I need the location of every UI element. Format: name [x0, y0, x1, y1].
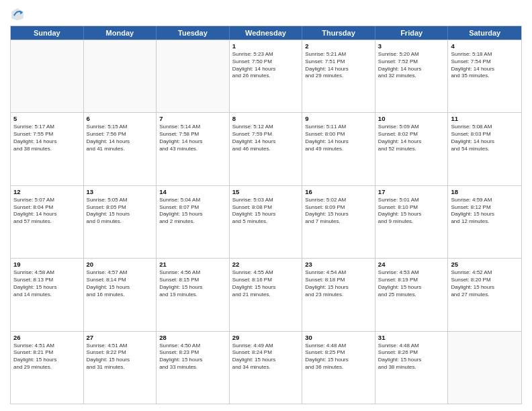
calendar: SundayMondayTuesdayWednesdayThursdayFrid…: [10, 26, 522, 404]
calendar-header: SundayMondayTuesdayWednesdayThursdayFrid…: [11, 26, 521, 40]
cell-info: Sunrise: 4:49 AM Sunset: 8:24 PM Dayligh…: [232, 342, 300, 371]
calendar-cell: 6Sunrise: 5:15 AM Sunset: 7:56 PM Daylig…: [84, 113, 157, 185]
cell-info: Sunrise: 4:58 AM Sunset: 8:13 PM Dayligh…: [13, 269, 81, 298]
cell-day-number: 12: [13, 188, 81, 195]
cell-info: Sunrise: 5:23 AM Sunset: 7:50 PM Dayligh…: [232, 51, 300, 80]
weekday-header-saturday: Saturday: [448, 26, 521, 40]
cell-day-number: 10: [378, 115, 445, 122]
cell-day-number: 1: [232, 42, 300, 50]
cell-info: Sunrise: 5:11 AM Sunset: 8:00 PM Dayligh…: [305, 124, 372, 152]
calendar-cell: 1Sunrise: 5:23 AM Sunset: 7:50 PM Daylig…: [230, 40, 303, 112]
calendar-cell: 4Sunrise: 5:18 AM Sunset: 7:54 PM Daylig…: [448, 40, 521, 112]
cell-info: Sunrise: 5:18 AM Sunset: 7:54 PM Dayligh…: [451, 51, 519, 80]
calendar-cell: 31Sunrise: 4:48 AM Sunset: 8:26 PM Dayli…: [375, 332, 449, 404]
calendar-cell: 2Sunrise: 5:21 AM Sunset: 7:51 PM Daylig…: [302, 40, 375, 112]
cell-info: Sunrise: 5:04 AM Sunset: 8:07 PM Dayligh…: [159, 197, 226, 226]
cell-info: Sunrise: 4:55 AM Sunset: 8:16 PM Dayligh…: [232, 269, 300, 298]
cell-day-number: 22: [232, 261, 300, 268]
cell-day-number: 23: [305, 261, 372, 268]
weekday-header-friday: Friday: [375, 26, 449, 40]
cell-info: Sunrise: 4:59 AM Sunset: 8:12 PM Dayligh…: [451, 197, 519, 226]
header: [10, 7, 522, 21]
calendar-cell: 25Sunrise: 4:52 AM Sunset: 8:20 PM Dayli…: [448, 259, 521, 330]
cell-day-number: 5: [13, 115, 81, 122]
calendar-body: 1Sunrise: 5:23 AM Sunset: 7:50 PM Daylig…: [11, 40, 521, 404]
calendar-cell: 7Sunrise: 5:14 AM Sunset: 7:58 PM Daylig…: [157, 113, 230, 185]
calendar-cell: [448, 332, 521, 404]
weekday-header-tuesday: Tuesday: [157, 26, 230, 40]
cell-day-number: 21: [159, 261, 226, 268]
cell-info: Sunrise: 5:08 AM Sunset: 8:03 PM Dayligh…: [451, 124, 519, 152]
cell-day-number: 6: [87, 115, 154, 122]
cell-day-number: 4: [451, 42, 519, 50]
cell-day-number: 28: [159, 334, 226, 341]
cell-info: Sunrise: 5:17 AM Sunset: 7:55 PM Dayligh…: [13, 124, 81, 152]
cell-info: Sunrise: 5:07 AM Sunset: 8:04 PM Dayligh…: [13, 197, 81, 226]
weekday-header-thursday: Thursday: [302, 26, 375, 40]
calendar-cell: 17Sunrise: 5:01 AM Sunset: 8:10 PM Dayli…: [375, 186, 449, 258]
calendar-cell: 18Sunrise: 4:59 AM Sunset: 8:12 PM Dayli…: [448, 186, 521, 258]
cell-day-number: 27: [87, 334, 154, 341]
cell-day-number: 26: [13, 334, 81, 341]
cell-day-number: 30: [305, 334, 372, 341]
cell-day-number: 3: [378, 42, 445, 50]
cell-info: Sunrise: 5:09 AM Sunset: 8:02 PM Dayligh…: [378, 124, 445, 152]
cell-info: Sunrise: 4:51 AM Sunset: 8:21 PM Dayligh…: [13, 342, 81, 371]
calendar-row-2: 5Sunrise: 5:17 AM Sunset: 7:55 PM Daylig…: [11, 112, 521, 185]
cell-info: Sunrise: 5:21 AM Sunset: 7:51 PM Dayligh…: [305, 51, 372, 80]
cell-info: Sunrise: 5:12 AM Sunset: 7:59 PM Dayligh…: [232, 124, 300, 152]
logo-icon: [10, 7, 25, 21]
cell-day-number: 18: [451, 188, 519, 195]
cell-info: Sunrise: 5:14 AM Sunset: 7:58 PM Dayligh…: [159, 124, 226, 152]
cell-info: Sunrise: 5:20 AM Sunset: 7:52 PM Dayligh…: [378, 51, 445, 80]
cell-info: Sunrise: 4:57 AM Sunset: 8:14 PM Dayligh…: [87, 269, 154, 298]
calendar-cell: 12Sunrise: 5:07 AM Sunset: 8:04 PM Dayli…: [11, 186, 84, 258]
cell-info: Sunrise: 4:50 AM Sunset: 8:23 PM Dayligh…: [159, 342, 226, 371]
calendar-cell: 11Sunrise: 5:08 AM Sunset: 8:03 PM Dayli…: [448, 113, 521, 185]
calendar-row-1: 1Sunrise: 5:23 AM Sunset: 7:50 PM Daylig…: [11, 40, 521, 112]
weekday-header-monday: Monday: [84, 26, 157, 40]
cell-day-number: 19: [13, 261, 81, 268]
cell-day-number: 25: [451, 261, 519, 268]
calendar-cell: 14Sunrise: 5:04 AM Sunset: 8:07 PM Dayli…: [157, 186, 230, 258]
cell-day-number: 17: [378, 188, 445, 195]
cell-info: Sunrise: 4:53 AM Sunset: 8:19 PM Dayligh…: [378, 269, 445, 298]
cell-day-number: 13: [87, 188, 154, 195]
cell-day-number: 24: [378, 261, 445, 268]
cell-info: Sunrise: 5:01 AM Sunset: 8:10 PM Dayligh…: [378, 197, 445, 226]
calendar-cell: 28Sunrise: 4:50 AM Sunset: 8:23 PM Dayli…: [157, 332, 230, 404]
cell-info: Sunrise: 4:56 AM Sunset: 8:15 PM Dayligh…: [159, 269, 226, 298]
calendar-cell: 3Sunrise: 5:20 AM Sunset: 7:52 PM Daylig…: [375, 40, 449, 112]
cell-day-number: 20: [87, 261, 154, 268]
cell-info: Sunrise: 4:51 AM Sunset: 8:22 PM Dayligh…: [87, 342, 154, 371]
calendar-cell: [84, 40, 157, 112]
cell-day-number: 14: [159, 188, 226, 195]
calendar-cell: 22Sunrise: 4:55 AM Sunset: 8:16 PM Dayli…: [230, 259, 303, 330]
logo: [10, 7, 26, 21]
calendar-cell: 20Sunrise: 4:57 AM Sunset: 8:14 PM Dayli…: [84, 259, 157, 330]
cell-day-number: 31: [378, 334, 445, 341]
cell-day-number: 9: [305, 115, 372, 122]
calendar-cell: 27Sunrise: 4:51 AM Sunset: 8:22 PM Dayli…: [84, 332, 157, 404]
cell-info: Sunrise: 4:48 AM Sunset: 8:25 PM Dayligh…: [305, 342, 372, 371]
calendar-row-3: 12Sunrise: 5:07 AM Sunset: 8:04 PM Dayli…: [11, 185, 521, 258]
cell-day-number: 15: [232, 188, 300, 195]
cell-day-number: 8: [232, 115, 300, 122]
page: SundayMondayTuesdayWednesdayThursdayFrid…: [0, 0, 532, 411]
weekday-header-wednesday: Wednesday: [230, 26, 303, 40]
calendar-cell: 8Sunrise: 5:12 AM Sunset: 7:59 PM Daylig…: [230, 113, 303, 185]
calendar-cell: 5Sunrise: 5:17 AM Sunset: 7:55 PM Daylig…: [11, 113, 84, 185]
weekday-header-sunday: Sunday: [11, 26, 84, 40]
calendar-cell: 30Sunrise: 4:48 AM Sunset: 8:25 PM Dayli…: [302, 332, 375, 404]
cell-info: Sunrise: 5:05 AM Sunset: 8:05 PM Dayligh…: [87, 197, 154, 226]
calendar-cell: 13Sunrise: 5:05 AM Sunset: 8:05 PM Dayli…: [84, 186, 157, 258]
calendar-cell: 15Sunrise: 5:03 AM Sunset: 8:08 PM Dayli…: [230, 186, 303, 258]
cell-info: Sunrise: 4:54 AM Sunset: 8:18 PM Dayligh…: [305, 269, 372, 298]
calendar-cell: [157, 40, 230, 112]
cell-info: Sunrise: 5:15 AM Sunset: 7:56 PM Dayligh…: [87, 124, 154, 152]
cell-day-number: 2: [305, 42, 372, 50]
calendar-cell: 29Sunrise: 4:49 AM Sunset: 8:24 PM Dayli…: [230, 332, 303, 404]
calendar-cell: 10Sunrise: 5:09 AM Sunset: 8:02 PM Dayli…: [375, 113, 449, 185]
calendar-cell: 16Sunrise: 5:02 AM Sunset: 8:09 PM Dayli…: [302, 186, 375, 258]
calendar-cell: 9Sunrise: 5:11 AM Sunset: 8:00 PM Daylig…: [302, 113, 375, 185]
